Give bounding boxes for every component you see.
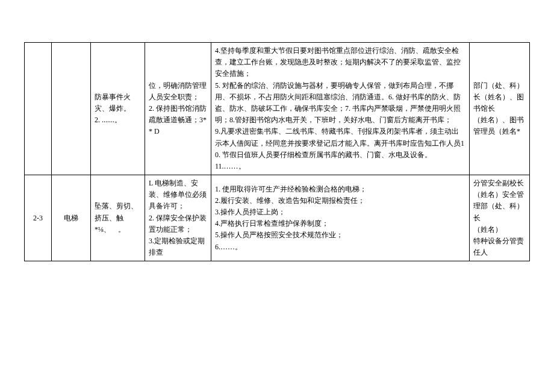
cell-item: 电梯 (52, 175, 91, 261)
table-row: 防暴事件火灾、爆炸。2. .......。 位，明确消防管理人员安全职责；2. … (25, 43, 530, 175)
cell-id: 2-3 (25, 175, 52, 261)
cell-resp: 分管安全副校长（姓名）安全管理部（处、科）长（姓名）特种设备分管责任人 (470, 175, 530, 261)
cell-risk: 坠落、剪切、挤压、触*⅛、 。 (91, 175, 145, 261)
safety-table: 防暴事件火灾、爆炸。2. .......。 位，明确消防管理人员安全职责；2. … (24, 42, 530, 261)
cell-mgmt: 位，明确消防管理人员安全职责；2. 保持图书馆消防疏散通道畅通；3** D (145, 43, 211, 175)
table-row: 2-3 电梯 坠落、剪切、挤压、触*⅛、 。 L 电梯制造、安装、维修单位必须具… (25, 175, 530, 261)
cell-item (52, 43, 91, 175)
cell-risk: 防暴事件火灾、爆炸。2. .......。 (91, 43, 145, 175)
cell-id (25, 43, 52, 175)
cell-resp: 部门（处、科）长（姓名）、图书馆长（姓名）、图书管理员（姓名* (470, 43, 530, 175)
cell-mgmt: L 电梯制造、安装、维修单位必须具备许可；2. 保障安全保护装置功能正常；3.定… (145, 175, 211, 261)
cell-meas: 4.坚持每季度和重大节假日要对图书馆重点部位进行综治、消防、疏散安全检查，建立工… (211, 43, 470, 175)
cell-meas: 1. 使用取得许可生产并经检验检测合格的电梯；2.履行安装、维修、改造告知和定期… (211, 175, 470, 261)
